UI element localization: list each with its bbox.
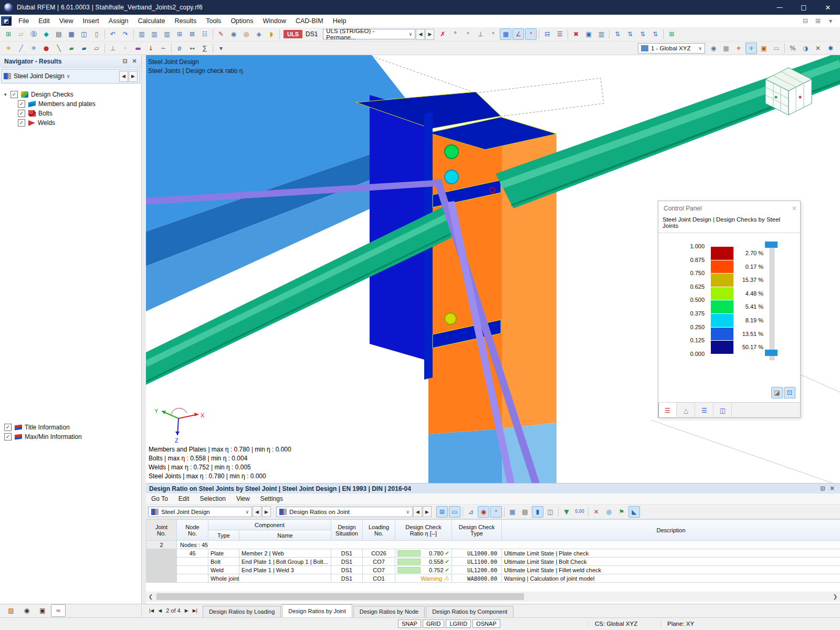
col-type[interactable]: Type xyxy=(208,530,239,541)
open-file-icon[interactable]: ▱ xyxy=(15,28,27,40)
col-situation[interactable]: DesignSituation xyxy=(331,520,363,541)
tables-icon[interactable]: ▥ xyxy=(595,28,607,40)
show-values-icon[interactable]: ˣ xyxy=(490,506,502,518)
tree-item-members-and-plates[interactable]: ✓Members and plates xyxy=(0,99,141,109)
panel-menu-icon[interactable]: ▾ xyxy=(825,15,836,27)
prev-view-button[interactable]: ◀ xyxy=(413,506,422,517)
line-tool-icon[interactable]: ╲ xyxy=(53,43,65,54)
col-description[interactable]: Description xyxy=(502,520,840,541)
checkbox[interactable]: ✓ xyxy=(10,91,18,98)
table-layout2-icon[interactable]: ▥ xyxy=(149,28,160,40)
navigator-header[interactable]: Navigator - Results ⊡ ✕ xyxy=(0,55,141,68)
menu-edit[interactable]: Edit xyxy=(34,15,55,27)
toggle-lgrid[interactable]: LGRID xyxy=(446,620,471,628)
abacus-icon[interactable]: ☷ xyxy=(199,28,211,40)
table-row[interactable]: Whole jointDS1CO1Warning⚠WA8000.00Warnin… xyxy=(146,574,840,583)
visibility-mode-icon[interactable]: ▾ xyxy=(215,43,227,54)
checkbox[interactable]: ✓ xyxy=(18,100,25,108)
last-page-button[interactable]: ▶| xyxy=(191,608,200,613)
section-cut-icon[interactable]: ø xyxy=(174,43,185,54)
clipboard-icon[interactable]: ▯ xyxy=(91,28,102,40)
mirror-icon[interactable]: ◑ xyxy=(800,43,811,54)
select-window-icon[interactable]: ▭ xyxy=(449,506,460,518)
scale-slider-handle-top[interactable] xyxy=(765,242,778,248)
chart-columns-icon[interactable]: ▮ xyxy=(532,506,543,518)
toggle-osnap[interactable]: OSNAP xyxy=(472,620,500,628)
member-icon[interactable]: ▬ xyxy=(132,43,144,54)
panel-restore-icon[interactable]: ⊞ xyxy=(812,15,824,27)
tab-design-ratios-by-node[interactable]: Design Ratios by Node xyxy=(353,606,425,617)
new-layer-icon[interactable]: ⊞ xyxy=(666,28,677,40)
checkbox[interactable]: ✓ xyxy=(4,433,12,440)
sort-y-icon[interactable]: ⇅ xyxy=(624,28,636,40)
menu-insert[interactable]: Insert xyxy=(78,15,104,27)
legend-tab-icon[interactable]: ☰ xyxy=(695,403,713,418)
hinge-icon[interactable]: ◦ xyxy=(120,43,131,54)
panel-values-icon[interactable]: ⊡ xyxy=(784,387,795,398)
sort-x-icon[interactable]: ⇅ xyxy=(612,28,623,40)
table-menu-view[interactable]: View xyxy=(231,492,255,505)
ruler-icon[interactable]: ▭ xyxy=(771,43,782,54)
col-loading[interactable]: LoadingNo. xyxy=(363,520,395,541)
export-icon[interactable]: ◫ xyxy=(78,28,90,40)
tab-design-ratios-by-joint[interactable]: Design Ratios by Joint xyxy=(282,604,352,617)
scroll-left-icon[interactable]: ❮ xyxy=(146,594,155,600)
snap-node-icon[interactable]: ◉ xyxy=(228,28,239,40)
balance-tab-icon[interactable]: △ xyxy=(677,403,695,418)
close-icon[interactable]: ✕ xyxy=(792,205,797,212)
support-icon[interactable]: ⊥ xyxy=(107,43,119,54)
scroll-right-icon[interactable]: ❯ xyxy=(831,594,840,600)
result-grid-icon[interactable]: ▦ xyxy=(500,28,511,40)
find-in-model-icon[interactable]: ◉ xyxy=(478,506,489,518)
guide-lines-icon[interactable]: ◈ xyxy=(253,28,265,40)
menu-window[interactable]: Window xyxy=(258,15,290,27)
opening-tool-icon[interactable]: ▱ xyxy=(91,43,102,54)
checkbox[interactable]: ✓ xyxy=(4,424,12,431)
prev-page-button[interactable]: ◀ xyxy=(156,608,164,613)
rotate-view-icon[interactable]: ◎ xyxy=(240,28,252,40)
col-joint[interactable]: JointNo. xyxy=(146,520,177,541)
results-beam-icon[interactable]: ≈ xyxy=(51,604,66,617)
print-table-icon[interactable]: ▤ xyxy=(519,506,531,518)
toggle-grid[interactable]: GRID xyxy=(423,620,445,628)
panel-minimize-icon[interactable]: ⊟ xyxy=(800,15,811,27)
visibility-eye-icon[interactable]: ◉ xyxy=(19,604,34,617)
table-menu-selection[interactable]: Selection xyxy=(195,492,231,505)
new-model-icon[interactable]: ⊞ xyxy=(3,28,14,40)
table-row[interactable]: BoltEnd Plate 1 | Bolt Group 1 | Bolt...… xyxy=(146,558,840,566)
nav-item-max-min-information[interactable]: ✓Max/Min Information xyxy=(0,432,142,442)
bim-icon[interactable]: Ⓑ xyxy=(28,28,39,40)
col-name[interactable]: Name xyxy=(239,530,331,541)
select-arrow-icon[interactable]: ✳ xyxy=(3,43,14,54)
menu-tools[interactable]: Tools xyxy=(201,15,226,27)
protractor-icon[interactable]: ◗ xyxy=(266,28,277,40)
list-settings-icon[interactable]: ☰ xyxy=(554,28,565,40)
print-icon[interactable]: ▤ xyxy=(53,28,65,40)
close-icon[interactable]: ✕ xyxy=(130,58,139,65)
table-row[interactable]: WeldEnd Plate 1 | Weld 3DS1CO70.752✔UL12… xyxy=(146,566,840,574)
table-view-select[interactable]: Design Ratios on Joint ∨ xyxy=(276,507,413,517)
tree-item-design-checks[interactable]: ▾ ✓ Design Checks xyxy=(0,90,141,99)
xyz-values-icon[interactable]: ˣ xyxy=(462,28,474,40)
maximize-button[interactable]: □ xyxy=(792,0,816,15)
menu-results[interactable]: Results xyxy=(170,15,202,27)
menu-view[interactable]: View xyxy=(55,15,78,27)
select-rows-icon[interactable]: ⊞ xyxy=(436,506,448,518)
work-plane-select[interactable]: 1 - Global XYZ ∨ xyxy=(638,43,705,54)
table-result-select[interactable]: Steel Joint Design ∨ xyxy=(148,507,252,517)
edit-pencil-icon[interactable]: ✎ xyxy=(215,28,227,40)
close-button[interactable]: ✕ xyxy=(816,0,840,15)
result-xxx-icon[interactable]: ˣ xyxy=(487,28,499,40)
gem-icon[interactable]: ◆ xyxy=(40,28,52,40)
minimize-button[interactable]: — xyxy=(768,0,792,15)
control-panel[interactable]: Control Panel ✕ Steel Joint Design | Des… xyxy=(658,201,801,418)
table-split-icon[interactable]: ⊞ xyxy=(174,28,185,40)
surface-tool-icon[interactable]: ▰ xyxy=(66,43,77,54)
menu-cad-bim[interactable]: CAD-BIM xyxy=(291,15,328,27)
crosshair-icon[interactable]: + xyxy=(733,43,744,54)
filter-icon[interactable]: ▼ xyxy=(561,506,572,518)
stop-calc-icon[interactable]: ✖ xyxy=(570,28,582,40)
angle-values-icon[interactable]: ° xyxy=(449,28,461,40)
load-combination-select[interactable]: ULS (STR/GEO) - Permane... ∨ xyxy=(323,29,415,39)
load-values-icon[interactable]: ⊥ xyxy=(475,28,486,40)
